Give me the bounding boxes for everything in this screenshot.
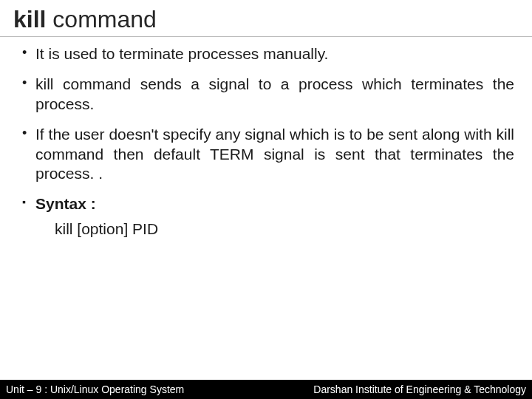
title-rest: command (46, 6, 156, 33)
list-item: If the user doesn't specify any signal w… (18, 125, 514, 185)
title-bar: kill command (0, 0, 532, 37)
footer-left: Unit – 9 : Unix/Linux Operating System (6, 383, 184, 395)
list-item: kill command sends a signal to a process… (18, 75, 514, 115)
content-area: It is used to terminate processes manual… (0, 37, 532, 238)
list-item: It is used to terminate processes manual… (18, 44, 514, 64)
syntax-text: kill [option] PID (18, 220, 514, 238)
list-item-syntax-label: Syntax : (18, 194, 514, 214)
footer-right: Darshan Institute of Engineering & Techn… (313, 383, 526, 395)
slide: kill command It is used to terminate pro… (0, 0, 532, 399)
slide-title: kill command (13, 6, 519, 33)
footer-bar: Unit – 9 : Unix/Linux Operating System D… (0, 380, 532, 399)
title-bold: kill (13, 6, 46, 33)
bullet-list: It is used to terminate processes manual… (18, 44, 514, 214)
